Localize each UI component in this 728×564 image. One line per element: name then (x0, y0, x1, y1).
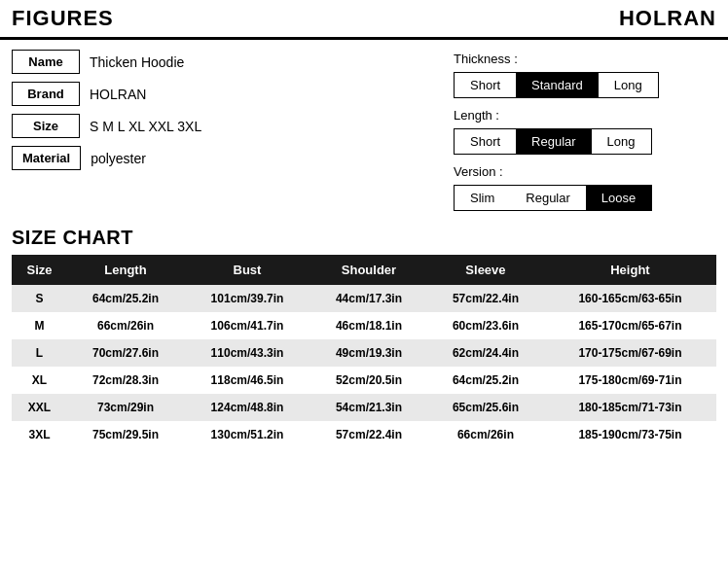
selector-option-standard[interactable]: Standard (516, 73, 599, 97)
selector-label: Thickness : (454, 52, 716, 66)
table-cell: 160-165cm/63-65in (544, 285, 716, 312)
table-cell: 49cm/19.3in (310, 339, 427, 367)
size-chart-section: SIZE CHART SizeLengthBustShoulderSleeveH… (0, 221, 728, 460)
table-cell: 3XL (12, 421, 67, 448)
table-cell: 73cm/29in (67, 394, 184, 421)
selector-option-slim[interactable]: Slim (455, 186, 510, 210)
info-value: polyester (91, 151, 146, 166)
table-cell: 110cm/43.3in (184, 339, 310, 367)
selector-option-regular[interactable]: Regular (510, 186, 586, 210)
table-row: XXL73cm/29in124cm/48.8in54cm/21.3in65cm/… (12, 394, 716, 421)
table-cell: 101cm/39.7in (184, 285, 310, 312)
table-cell: 57cm/22.4in (310, 421, 427, 448)
info-row: SizeS M L XL XXL 3XL (12, 114, 434, 138)
table-cell: 64cm/25.2in (427, 367, 544, 394)
info-row: BrandHOLRAN (12, 82, 434, 106)
table-cell: 62cm/24.4in (427, 339, 544, 367)
table-cell: 165-170cm/65-67in (544, 312, 716, 339)
selector-option-loose[interactable]: Loose (586, 186, 651, 210)
info-label: Size (12, 114, 80, 138)
selector-options: ShortStandardLong (454, 72, 659, 98)
table-cell: 54cm/21.3in (310, 394, 427, 421)
main-content: NameThicken HoodieBrandHOLRANSizeS M L X… (0, 40, 728, 221)
product-selectors: Thickness :ShortStandardLongLength :Shor… (454, 50, 716, 211)
table-cell: 60cm/23.6in (427, 312, 544, 339)
table-row: S64cm/25.2in101cm/39.7in44cm/17.3in57cm/… (12, 285, 716, 312)
table-row: 3XL75cm/29.5in130cm/51.2in57cm/22.4in66c… (12, 421, 716, 448)
table-cell: 180-185cm/71-73in (544, 394, 716, 421)
table-cell: 57cm/22.4in (427, 285, 544, 312)
selector-label: Version : (454, 164, 716, 179)
info-row: NameThicken Hoodie (12, 50, 434, 74)
info-value: S M L XL XXL 3XL (90, 119, 201, 134)
size-chart-table: SizeLengthBustShoulderSleeveHeight S64cm… (12, 255, 716, 448)
table-cell: 170-175cm/67-69in (544, 339, 716, 367)
selector-label: Length : (454, 108, 716, 123)
table-cell: 75cm/29.5in (67, 421, 184, 448)
selector-option-short[interactable]: Short (455, 129, 516, 154)
selector-option-long[interactable]: Long (592, 129, 651, 154)
table-cell: XXL (12, 394, 67, 421)
selector-options: SlimRegularLoose (454, 185, 652, 211)
info-row: Materialpolyester (12, 146, 434, 170)
table-cell: 65cm/25.6in (427, 394, 544, 421)
info-label: Name (12, 50, 80, 74)
size-chart-col-header: Length (67, 255, 184, 285)
table-cell: 66cm/26in (67, 312, 184, 339)
size-chart-col-header: Size (12, 255, 67, 285)
selector-option-short[interactable]: Short (455, 73, 516, 97)
table-cell: 72cm/28.3in (67, 367, 184, 394)
info-value: Thicken Hoodie (90, 54, 184, 70)
page-title: FIGURES (12, 6, 114, 31)
info-label: Material (12, 146, 81, 170)
table-cell: 124cm/48.8in (184, 394, 310, 421)
table-row: XL72cm/28.3in118cm/46.5in52cm/20.5in64cm… (12, 367, 716, 394)
selector-group: Length :ShortRegularLong (454, 108, 716, 155)
size-chart-header-row: SizeLengthBustShoulderSleeveHeight (12, 255, 716, 285)
size-chart-col-header: Sleeve (427, 255, 544, 285)
selector-group: Thickness :ShortStandardLong (454, 52, 716, 98)
size-chart-tbody: S64cm/25.2in101cm/39.7in44cm/17.3in57cm/… (12, 285, 716, 448)
info-value: HOLRAN (90, 87, 146, 102)
table-cell: 175-180cm/69-71in (544, 367, 716, 394)
size-chart-col-header: Shoulder (310, 255, 427, 285)
table-cell: 70cm/27.6in (67, 339, 184, 367)
table-cell: 44cm/17.3in (310, 285, 427, 312)
product-info: NameThicken HoodieBrandHOLRANSizeS M L X… (12, 50, 434, 211)
table-cell: XL (12, 367, 67, 394)
table-cell: 46cm/18.1in (310, 312, 427, 339)
selector-group: Version :SlimRegularLoose (454, 164, 716, 211)
table-cell: L (12, 339, 67, 367)
size-chart-col-header: Height (544, 255, 716, 285)
table-row: L70cm/27.6in110cm/43.3in49cm/19.3in62cm/… (12, 339, 716, 367)
brand-name: HOLRAN (619, 6, 716, 31)
size-chart-col-header: Bust (184, 255, 310, 285)
table-cell: 185-190cm/73-75in (544, 421, 716, 448)
table-cell: 118cm/46.5in (184, 367, 310, 394)
table-cell: 64cm/25.2in (67, 285, 184, 312)
table-cell: 106cm/41.7in (184, 312, 310, 339)
selector-options: ShortRegularLong (454, 128, 652, 155)
table-cell: M (12, 312, 67, 339)
table-cell: 130cm/51.2in (184, 421, 310, 448)
table-cell: 52cm/20.5in (310, 367, 427, 394)
size-chart-title: SIZE CHART (12, 227, 716, 249)
table-cell: S (12, 285, 67, 312)
selector-option-long[interactable]: Long (599, 73, 658, 97)
size-chart-thead: SizeLengthBustShoulderSleeveHeight (12, 255, 716, 285)
selector-option-regular[interactable]: Regular (516, 129, 592, 154)
table-row: M66cm/26in106cm/41.7in46cm/18.1in60cm/23… (12, 312, 716, 339)
page-header: FIGURES HOLRAN (0, 0, 728, 40)
info-label: Brand (12, 82, 80, 106)
table-cell: 66cm/26in (427, 421, 544, 448)
